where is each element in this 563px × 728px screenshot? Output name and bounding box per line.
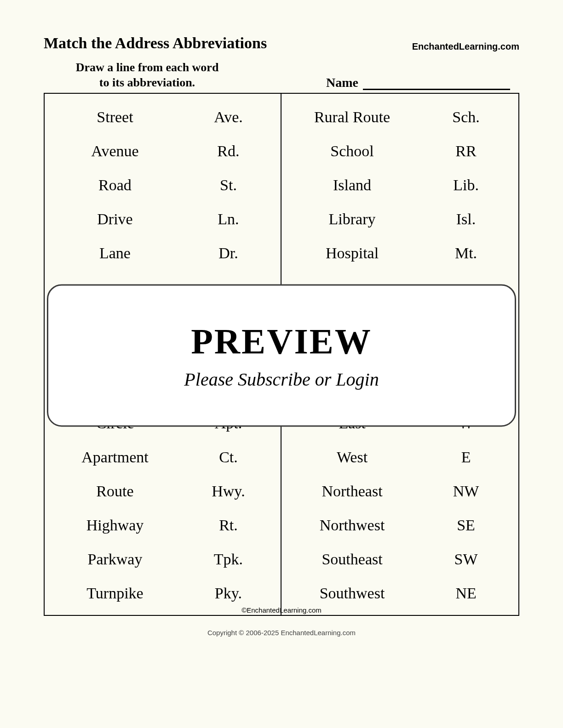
list-item: AvenueRd.: [49, 134, 276, 168]
instruction-line1: Draw a line from each word: [76, 61, 219, 74]
list-item: ParkwayTpk.: [49, 542, 276, 576]
page-title: Match the Address Abbreviations: [44, 34, 267, 52]
list-item: Rural RouteSch.: [286, 100, 514, 134]
word: Library: [286, 210, 418, 228]
word: Highway: [49, 517, 181, 534]
sheet-copyright: ©EnchantedLearning.com: [241, 606, 322, 614]
name-input-line[interactable]: [363, 77, 510, 90]
list-item: SouthwestNE: [286, 576, 514, 610]
abbr: RR: [418, 142, 514, 160]
list-item: RouteHwy.: [49, 474, 276, 508]
word: Road: [49, 176, 181, 194]
word: Southeast: [286, 551, 418, 568]
abbr: Pky.: [181, 585, 276, 602]
word: West: [286, 449, 418, 466]
list-item: DriveLn.: [49, 202, 276, 236]
word: Street: [49, 108, 181, 126]
overlay-subtitle: Please Subscribe or Login: [184, 369, 379, 390]
abbr: Isl.: [418, 210, 514, 228]
header-row: Match the Address Abbreviations Enchante…: [44, 34, 519, 52]
word: Apartment: [49, 449, 181, 466]
list-item: TurnpikePky.: [49, 576, 276, 610]
abbr: Lib.: [418, 176, 514, 194]
name-block: Name: [326, 75, 510, 90]
list-item: WestE: [286, 440, 514, 474]
list-item: SoutheastSW: [286, 542, 514, 576]
abbr: Dr.: [181, 245, 276, 262]
list-item: NorthwestSE: [286, 508, 514, 542]
word: Hospital: [286, 245, 418, 262]
list-item: LaneDr.: [49, 236, 276, 270]
word: Southwest: [286, 585, 418, 602]
list-item: HighwayRt.: [49, 508, 276, 542]
abbr: Mt.: [418, 245, 514, 262]
abbr: Rt.: [181, 517, 276, 534]
page-footer: Copyright © 2006-2025 EnchantedLearning.…: [44, 629, 519, 637]
abbr: St.: [181, 176, 276, 194]
brand-label: EnchantedLearning.com: [412, 41, 519, 52]
abbr: SE: [418, 517, 514, 534]
word: Turnpike: [49, 585, 181, 602]
list-item: SchoolRR: [286, 134, 514, 168]
instruction-text: Draw a line from each word to its abbrev…: [53, 60, 241, 90]
abbr: Sch.: [418, 108, 514, 126]
abbr: Rd.: [181, 142, 276, 160]
list-item: NortheastNW: [286, 474, 514, 508]
word: Lane: [49, 245, 181, 262]
subheader: Draw a line from each word to its abbrev…: [44, 60, 519, 90]
word: Rural Route: [286, 108, 418, 126]
word: Island: [286, 176, 418, 194]
word: Drive: [49, 210, 181, 228]
word: School: [286, 142, 418, 160]
list-item: LibraryIsl.: [286, 202, 514, 236]
list-item: RoadSt.: [49, 168, 276, 202]
word: Avenue: [49, 142, 181, 160]
list-item: ApartmentCt.: [49, 440, 276, 474]
abbr: SW: [418, 551, 514, 568]
abbr: Ave.: [181, 108, 276, 126]
word: Northeast: [286, 483, 418, 500]
abbr: E: [418, 449, 514, 466]
abbr: Ln.: [181, 210, 276, 228]
abbr: Hwy.: [181, 483, 276, 500]
word: Parkway: [49, 551, 181, 568]
word: Route: [49, 483, 181, 500]
list-item: StreetAve.: [49, 100, 276, 134]
abbr: Tpk.: [181, 551, 276, 568]
abbr: NE: [418, 585, 514, 602]
overlay-title: PREVIEW: [191, 321, 372, 362]
preview-overlay: PREVIEW Please Subscribe or Login: [47, 284, 516, 427]
abbr: Ct.: [181, 449, 276, 466]
abbr: NW: [418, 483, 514, 500]
instruction-line2: to its abbreviation.: [99, 76, 195, 89]
list-item: HospitalMt.: [286, 236, 514, 270]
word: Northwest: [286, 517, 418, 534]
list-item: IslandLib.: [286, 168, 514, 202]
name-label: Name: [326, 75, 358, 90]
